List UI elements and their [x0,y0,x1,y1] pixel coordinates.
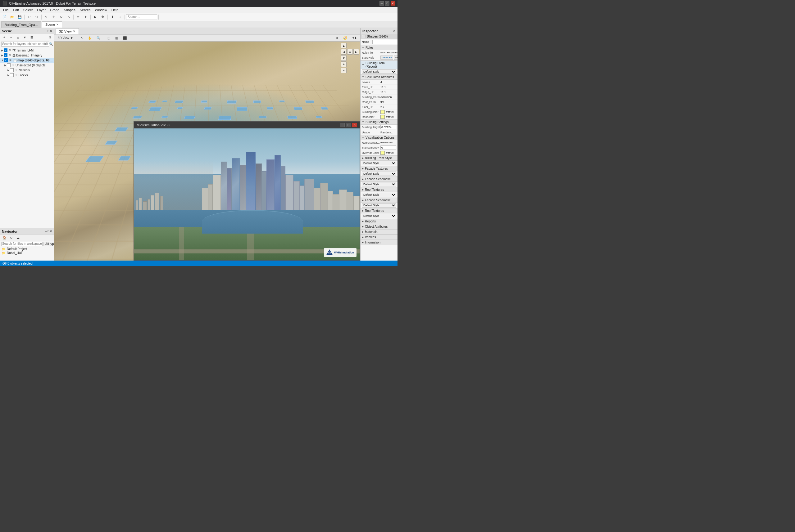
nav-item-default-project[interactable]: 📁 Default Project [1,247,53,251]
nav-panel-close[interactable]: ✕ [50,230,52,233]
vp-nav-center[interactable]: ● [347,49,353,55]
tree-eye-network[interactable]: 👁 [14,68,18,72]
scene-panel-minimize[interactable]: ─ [45,30,47,33]
calculated-attrs-header[interactable]: ▼ Calculated Attributes [361,74,397,80]
vp-compass[interactable]: 🧭 [341,36,349,40]
toolbar-export[interactable]: ⬇ [109,14,116,20]
toolbar-rotate[interactable]: ↻ [58,14,65,20]
select-button[interactable]: Select... [394,56,397,60]
overlay-maximize[interactable]: □ [346,123,351,127]
facade-schematic-header[interactable]: ▶ Facade Schematic [361,176,397,182]
vp-settings[interactable]: ⚙ [333,36,340,40]
attr-transparency-input[interactable] [380,146,396,150]
tree-item-basemap[interactable]: ▶ ✓ 👁 🖼 Basemap_Imagery [0,53,54,58]
vp-nav-arrows[interactable]: ⬆⬇ [350,36,359,40]
menu-layer[interactable]: Layer [35,7,48,13]
facade-schematic2-header[interactable]: ▶ Facade Schematic [361,197,397,203]
scene-remove-layer[interactable]: − [8,35,14,40]
tree-eye-blocks[interactable]: 👁 [14,73,18,77]
menu-search[interactable]: Search [78,7,93,13]
toolbar-draw[interactable]: ✏ [75,14,82,20]
tab-scene-close[interactable]: ✕ [56,23,59,26]
facade-textures-header[interactable]: ▶ Facade Textures [361,166,397,171]
building-from-header[interactable]: ▼ Building From (Report) [361,60,397,69]
scene-filter[interactable]: ☰ [29,35,35,40]
toolbar-save[interactable]: 💾 [16,14,23,20]
vp-navigate[interactable]: ↖ [78,36,85,40]
generate-button[interactable]: Generate [380,56,393,60]
vp-zoom[interactable]: 🔍 [94,36,103,40]
tree-item-map[interactable]: ▼ ✓ 👁 📋 map (6640 objects, 6640 selected… [0,58,54,63]
tree-arrow-unselected[interactable]: ▶ [4,64,6,67]
tree-eye-terrain[interactable]: 👁 [8,49,12,52]
tree-arrow-map[interactable]: ▼ [1,59,4,62]
building-from-style-header[interactable]: ▶ Building From Style [361,155,397,161]
tab-3dview-close[interactable]: ✕ [73,30,75,33]
nav-home[interactable]: 🏠 [1,235,7,241]
tab-3dview[interactable]: 3D View ✕ [56,28,79,34]
roof-color-swatch[interactable] [380,115,385,119]
toolbar-delete-models[interactable]: 🗑 [100,14,106,20]
fs-select[interactable]: Default Style [362,182,396,186]
reports-header[interactable]: ▶ Reports [361,219,397,224]
tab-scene[interactable]: Scene ✕ [42,21,62,27]
tree-item-unselected[interactable]: ▶ 👁 Unselected (0 objects) [0,63,54,68]
toolbar-select[interactable]: ↖ [43,14,50,20]
name-input[interactable] [372,40,397,44]
vp-nav-zoom-in[interactable]: + [341,61,347,67]
tree-arrow-terrain[interactable]: ▶ [1,49,3,52]
vp-solid[interactable]: ⬛ [121,36,129,40]
toolbar-undo[interactable]: ↩ [26,14,33,20]
scene-panel-close[interactable]: ✕ [50,30,52,33]
tree-checkbox-unselected[interactable] [7,63,11,67]
rt2-select[interactable]: Default Style [362,214,396,218]
inspector-close-icon[interactable]: ✕ [393,30,396,33]
roof-textures2-header[interactable]: ▶ Roof Textures [361,208,397,213]
toolbar-new[interactable]: 📄 [1,14,8,20]
nav-item-dubai[interactable]: 📁 Dubai_UAE [1,251,53,255]
scene-panel-maximize[interactable]: □ [48,30,49,33]
tree-eye-basemap[interactable]: 👁 [8,53,12,57]
rules-section-header[interactable]: ▼ Rules [361,45,397,50]
viz-options-header[interactable]: ▼ Visualization Options [361,135,397,140]
menu-select[interactable]: Select [21,7,35,13]
tree-checkbox-basemap[interactable]: ✓ [4,53,7,57]
tab-building-from[interactable]: Building_From_Opa... [1,21,41,27]
scene-settings[interactable]: ⚙ [47,35,53,40]
bfs-select[interactable]: Default Style [362,161,396,165]
nav-panel-minimize[interactable]: ─ [45,230,47,233]
tree-checkbox-terrain[interactable]: ✓ [4,49,7,52]
tree-checkbox-map[interactable]: ✓ [4,58,8,62]
toolbar-redo[interactable]: ↪ [33,14,40,20]
overlay-minimize[interactable]: ─ [340,123,345,127]
scene-search-icon[interactable]: 🔍 [49,42,53,45]
maximize-button[interactable]: □ [385,1,390,5]
vp-perspective[interactable]: ⬚ [105,36,112,40]
nav-refresh[interactable]: ↻ [8,235,14,241]
tree-item-network[interactable]: ▶ 👁 Network [0,68,54,73]
building-settings-header[interactable]: ▼ Building Settings [361,119,397,125]
minimize-button[interactable]: ─ [379,1,384,5]
tree-item-terrain[interactable]: ▶ ✓ 👁 🗺 Terrain_LFM [0,48,54,53]
vp-nav-down[interactable]: ▼ [341,55,347,61]
rt-select[interactable]: Default Style [362,193,396,197]
toolbar-extrude[interactable]: ⬆ [82,14,89,20]
override-color-swatch[interactable] [380,151,385,155]
vp-pan[interactable]: ✋ [86,36,94,40]
vp-nav-up[interactable]: ▲ [341,43,347,49]
building-from-style-select[interactable]: Default Style [362,70,396,74]
vertices-header[interactable]: ▶ Vertices [361,234,397,240]
menu-help[interactable]: Help [110,7,121,13]
tree-arrow-blocks[interactable]: ▶ [7,74,9,77]
building-color-swatch[interactable] [380,110,385,114]
materials-header[interactable]: ▶ Materials [361,229,397,234]
fs2-select[interactable]: Default Style [362,203,396,208]
vp-nav-zoom-out[interactable]: − [341,68,347,73]
close-button[interactable]: ✕ [391,1,395,5]
nav-panel-maximize[interactable]: □ [48,230,49,233]
scene-search-input[interactable] [1,42,49,46]
tree-eye-map[interactable]: 👁 [9,58,13,62]
tree-checkbox-network[interactable] [10,68,14,72]
menu-graph[interactable]: Graph [48,7,61,13]
object-attrs-header[interactable]: ▶ Object Attributes [361,224,397,229]
